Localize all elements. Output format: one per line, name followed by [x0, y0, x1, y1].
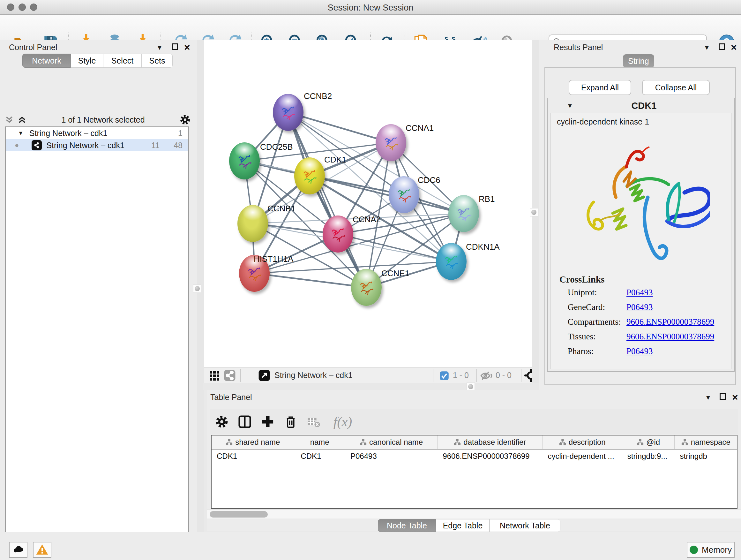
tab-network-table[interactable]: Network Table	[489, 519, 560, 532]
tab-select[interactable]: Select	[103, 54, 142, 68]
tab-string[interactable]: String	[623, 54, 654, 68]
network-collection-row[interactable]: ▼ String Network – cdk1 1	[6, 127, 188, 139]
network-list: ▼ String Network – cdk1 1 ● String Netwo…	[5, 126, 189, 560]
crosslink-label: Uniprot:	[568, 288, 597, 298]
table-settings-button[interactable]	[210, 415, 233, 429]
network-node-CDC25B[interactable]	[229, 142, 260, 179]
collapse-panel-icon[interactable]: ▼	[156, 44, 163, 51]
genecard-link[interactable]: P06493	[626, 302, 653, 312]
delete-column-button[interactable]	[279, 415, 302, 429]
node-label: CDK1	[324, 155, 346, 165]
tab-network[interactable]: Network	[22, 54, 71, 68]
network-node-CDKN1A[interactable]	[436, 243, 467, 280]
float-panel-icon[interactable]	[172, 44, 178, 50]
network-row[interactable]: ● String Network – cdk1 11 48	[6, 139, 188, 151]
close-panel-icon[interactable]: ×	[732, 393, 738, 401]
collapse-panel-icon[interactable]: ▼	[705, 394, 711, 401]
network-node-CDC6[interactable]	[389, 176, 419, 213]
shared-column-icon	[636, 439, 644, 446]
collection-expand-icon[interactable]: ▼	[18, 130, 23, 137]
close-panel-icon[interactable]: ×	[731, 44, 737, 52]
collapse-panel-icon[interactable]: ▼	[704, 44, 710, 51]
node-table[interactable]: shared name name canonical name database…	[211, 435, 738, 509]
results-panel-title: Results Panel	[554, 43, 603, 52]
selected-checkbox-icon[interactable]	[440, 371, 449, 381]
shared-column-icon	[226, 439, 232, 446]
tab-style[interactable]: Style	[71, 54, 103, 68]
memory-label: Memory	[702, 545, 732, 555]
shared-column-icon	[454, 439, 461, 446]
hidden-count-text: 0 - 0	[495, 371, 512, 380]
crosslink-label: Tissues:	[568, 332, 596, 341]
expand-all-button[interactable]: Expand All	[569, 80, 631, 95]
network-view-canvas[interactable]: CCNB2CCNA1CDC25BCDK1CDC6RB1CCNB1CCNA2CDK…	[203, 40, 532, 367]
tab-sets[interactable]: Sets	[142, 54, 173, 68]
compartments-link[interactable]: 9606.ENSP00000378699	[626, 317, 714, 327]
control-panel: Control Panel ▼ × Network Style Select S…	[0, 40, 197, 532]
viewbar-separator	[521, 369, 522, 382]
hidden-eye-icon[interactable]	[480, 370, 493, 381]
left-splitter-handle[interactable]	[193, 285, 201, 293]
network-node-CCNB1[interactable]	[238, 205, 268, 242]
close-panel-icon[interactable]: ×	[184, 44, 190, 52]
column-header-canonical-name[interactable]: canonical name	[345, 435, 437, 449]
network-node-RB1[interactable]	[448, 195, 479, 232]
gene-collapse-icon[interactable]: ▼	[567, 102, 573, 110]
cell-shared-name: CDK1	[212, 449, 294, 463]
gene-details: cyclin-dependent kinase 1	[550, 113, 731, 369]
protein-thumbnail	[235, 151, 254, 171]
network-edge[interactable]	[310, 176, 464, 213]
column-header-namespace[interactable]: namespace	[675, 435, 737, 449]
crosslinks-title: CrossLinks	[559, 274, 604, 285]
tissues-link[interactable]: 9606.ENSP00000378699	[626, 332, 714, 341]
control-panel-title: Control Panel	[9, 43, 57, 52]
expand-all-icon[interactable]	[17, 115, 27, 125]
network-node-CCNB2[interactable]	[273, 94, 304, 131]
network-node-CCNE1[interactable]	[351, 269, 382, 306]
cloud-status-button[interactable]	[9, 542, 27, 558]
collapse-all-icon[interactable]	[4, 115, 14, 125]
current-network-dot: ●	[15, 141, 19, 149]
collapse-all-button[interactable]: Collapse All	[642, 80, 710, 95]
create-column-button[interactable]	[256, 415, 279, 429]
network-node-CCNA1[interactable]	[376, 124, 406, 161]
pharos-link[interactable]: P06493	[626, 347, 653, 356]
window-title: Session: New Session	[0, 3, 741, 13]
memory-status-button[interactable]: Memory	[687, 542, 735, 558]
protein-structure-image	[576, 138, 710, 269]
column-header-name[interactable]: name	[294, 435, 345, 449]
function-builder-button: f(x)	[325, 414, 360, 429]
shared-column-icon	[559, 439, 566, 446]
table-horizontal-scrollbar[interactable]	[207, 509, 741, 518]
bottom-splitter-handle[interactable]	[467, 382, 475, 391]
node-label: CCNB1	[267, 204, 295, 213]
column-header-database-identifier[interactable]: database identifier	[437, 435, 542, 449]
delete-table-button	[302, 415, 325, 429]
network-node-CCNA2[interactable]	[323, 215, 353, 253]
float-panel-icon[interactable]	[719, 44, 725, 50]
network-node-CDK1[interactable]	[294, 158, 325, 194]
share-gray-icon[interactable]	[224, 369, 236, 381]
scrollbar-thumb[interactable]	[210, 511, 268, 517]
gear-icon[interactable]	[179, 114, 191, 125]
warning-status-button[interactable]	[33, 542, 51, 558]
network-edge[interactable]	[254, 273, 366, 287]
uniprot-link[interactable]: P06493	[626, 288, 653, 298]
main-toolbar: ?	[0, 15, 741, 40]
right-splitter-handle[interactable]	[530, 208, 538, 216]
column-header-description[interactable]: description	[542, 435, 622, 449]
network-edge[interactable]	[288, 112, 391, 143]
cell-database-identifier: 9606.ENSP00000378699	[437, 449, 542, 463]
open-in-window-icon[interactable]	[258, 369, 270, 381]
column-header-id[interactable]: @id	[622, 435, 675, 449]
float-panel-icon[interactable]	[720, 393, 726, 400]
tab-edge-table[interactable]: Edge Table	[436, 519, 489, 532]
node-label: CDKN1A	[466, 242, 499, 252]
table-toolbar: f(x)	[210, 409, 738, 434]
network-edge[interactable]	[288, 112, 366, 287]
birdseye-grid-icon[interactable]	[209, 370, 220, 381]
tab-node-table[interactable]: Node Table	[378, 519, 436, 532]
table-row[interactable]: CDK1 CDK1 P06493 9606.ENSP00000378699 cy…	[212, 449, 737, 463]
column-header-shared-name[interactable]: shared name	[212, 435, 294, 449]
show-columns-button[interactable]	[233, 415, 256, 429]
